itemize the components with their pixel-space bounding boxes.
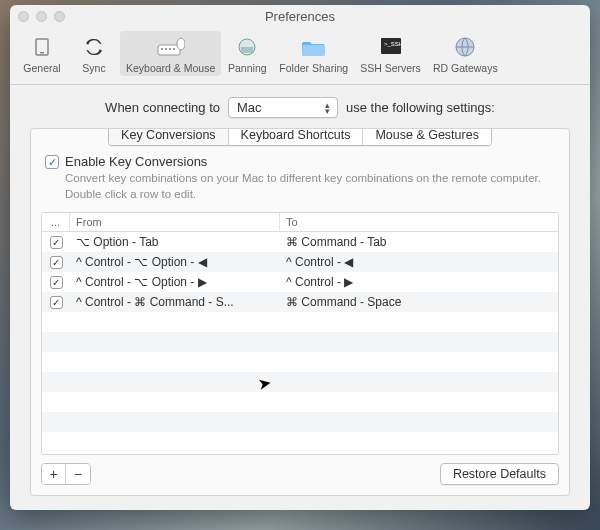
table-row[interactable]: ^ Control - ⌥ Option - ◀^ Control - ◀ — [42, 252, 558, 272]
toolbar-label: Keyboard & Mouse — [126, 62, 215, 74]
table-row-empty — [42, 372, 558, 392]
target-select-value: Mac — [237, 100, 262, 115]
toolbar-item-sync[interactable]: Sync — [68, 31, 120, 76]
preferences-window: Preferences GeneralSyncKeyboard & MouseP… — [10, 5, 590, 510]
content: When connecting to Mac ▴▾ use the follow… — [10, 85, 590, 510]
svg-rect-1 — [40, 52, 44, 54]
toolbar-item-gateway[interactable]: RD Gateways — [427, 31, 504, 76]
to-cell: ⌘ Command - Space — [280, 295, 558, 309]
toolbar-label: Folder Sharing — [279, 62, 348, 74]
settings-box: Key ConversionsKeyboard ShortcutsMouse &… — [30, 128, 570, 496]
toolbar-label: General — [23, 62, 60, 74]
toolbar-label: Panning — [228, 62, 267, 74]
svg-rect-9 — [241, 47, 253, 53]
chevron-updown-icon: ▴▾ — [325, 102, 329, 114]
row-checkbox[interactable] — [50, 256, 63, 269]
table-row-empty — [42, 432, 558, 452]
panning-icon — [233, 33, 261, 61]
table-row-empty — [42, 332, 558, 352]
ssh-icon: >_SSH — [377, 33, 405, 61]
sync-icon — [80, 33, 108, 61]
from-cell: ^ Control - ⌥ Option - ◀ — [70, 255, 280, 269]
enable-checkbox[interactable] — [45, 155, 59, 169]
table-row-empty — [42, 352, 558, 372]
from-cell: ⌥ Option - Tab — [70, 235, 280, 249]
enable-row: Enable Key Conversions Convert key combi… — [31, 154, 569, 202]
svg-point-7 — [177, 38, 185, 50]
from-cell: ^ Control - ⌘ Command - S... — [70, 295, 280, 309]
tab-segment: Key ConversionsKeyboard ShortcutsMouse &… — [31, 134, 569, 156]
general-icon — [28, 33, 56, 61]
toolbar-item-keyboard[interactable]: Keyboard & Mouse — [120, 31, 221, 76]
toolbar-label: RD Gateways — [433, 62, 498, 74]
folder-icon — [300, 33, 328, 61]
conversions-table: ... From To ⌥ Option - Tab⌘ Command - Ta… — [41, 212, 559, 455]
table-row-empty — [42, 412, 558, 432]
to-cell: ^ Control - ▶ — [280, 275, 558, 289]
table-header: ... From To — [42, 213, 558, 232]
svg-rect-6 — [173, 48, 175, 50]
svg-text:>_SSH: >_SSH — [384, 41, 403, 47]
col-enabled[interactable]: ... — [42, 213, 70, 231]
toolbar-label: SSH Servers — [360, 62, 421, 74]
to-cell: ⌘ Command - Tab — [280, 235, 558, 249]
window-title: Preferences — [10, 9, 590, 24]
svg-rect-4 — [165, 48, 167, 50]
col-from[interactable]: From — [70, 213, 280, 231]
table-row-empty — [42, 312, 558, 332]
toolbar-item-ssh[interactable]: >_SSHSSH Servers — [354, 31, 427, 76]
add-button[interactable]: + — [42, 464, 66, 484]
gateway-icon — [451, 33, 479, 61]
enable-label: Enable Key Conversions — [65, 154, 555, 169]
titlebar: Preferences — [10, 5, 590, 27]
tab-key-conversions[interactable]: Key Conversions — [109, 128, 229, 145]
toolbar-item-panning[interactable]: Panning — [221, 31, 273, 76]
table-row[interactable]: ^ Control - ⌥ Option - ▶^ Control - ▶ — [42, 272, 558, 292]
add-remove-group: + − — [41, 463, 91, 485]
col-to[interactable]: To — [280, 213, 558, 231]
row-checkbox[interactable] — [50, 276, 63, 289]
row-checkbox[interactable] — [50, 296, 63, 309]
from-cell: ^ Control - ⌥ Option - ▶ — [70, 275, 280, 289]
table-row-empty — [42, 392, 558, 412]
row-checkbox[interactable] — [50, 236, 63, 249]
restore-defaults-button[interactable]: Restore Defaults — [440, 463, 559, 485]
toolbar-item-folder[interactable]: Folder Sharing — [273, 31, 354, 76]
table-body: ⌥ Option - Tab⌘ Command - Tab^ Control -… — [42, 232, 558, 454]
toolbar-item-general[interactable]: General — [16, 31, 68, 76]
connect-row: When connecting to Mac ▴▾ use the follow… — [30, 97, 570, 118]
enable-description: Convert key combinations on your Mac to … — [65, 171, 555, 202]
table-row[interactable]: ^ Control - ⌘ Command - S...⌘ Command - … — [42, 292, 558, 312]
svg-rect-3 — [161, 48, 163, 50]
connect-prefix: When connecting to — [105, 100, 220, 115]
toolbar-label: Sync — [82, 62, 105, 74]
table-row[interactable]: ⌥ Option - Tab⌘ Command - Tab — [42, 232, 558, 252]
toolbar: GeneralSyncKeyboard & MousePanningFolder… — [10, 27, 590, 85]
bottom-bar: + − Restore Defaults — [31, 455, 569, 495]
keyboard-icon — [157, 33, 185, 61]
svg-rect-5 — [169, 48, 171, 50]
to-cell: ^ Control - ◀ — [280, 255, 558, 269]
target-select[interactable]: Mac ▴▾ — [228, 97, 338, 118]
tab-mouse-gestures[interactable]: Mouse & Gestures — [363, 128, 491, 145]
connect-suffix: use the following settings: — [346, 100, 495, 115]
tab-keyboard-shortcuts[interactable]: Keyboard Shortcuts — [229, 128, 364, 145]
remove-button[interactable]: − — [66, 464, 90, 484]
